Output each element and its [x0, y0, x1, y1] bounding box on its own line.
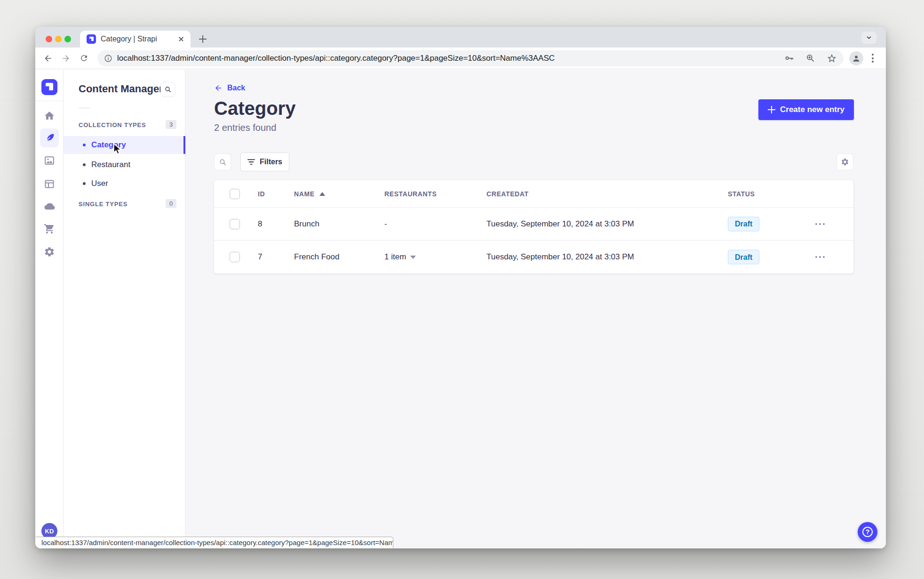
- browser-toolbar: localhost:1337/admin/content-manager/col…: [35, 48, 886, 69]
- bullet-icon: [83, 163, 86, 166]
- cell-id: 7: [258, 252, 262, 262]
- chevron-down-icon: [866, 34, 872, 41]
- home-icon: [44, 110, 55, 121]
- media-image-icon: [44, 155, 55, 166]
- sidebar-search-button[interactable]: [160, 82, 175, 97]
- bookmark-star-icon[interactable]: [827, 53, 837, 64]
- ellipsis-icon: [815, 256, 825, 258]
- back-button[interactable]: [40, 50, 56, 66]
- filter-icon: [247, 159, 255, 165]
- sort-ascending-icon: [319, 192, 325, 196]
- sidebar-item-cloud[interactable]: [40, 197, 59, 216]
- cell-id: 8: [258, 219, 262, 229]
- sidebar-item-home[interactable]: [40, 106, 59, 125]
- sidebar-item-settings[interactable]: [40, 242, 59, 261]
- table-row[interactable]: 7 French Food 1 item Tuesday, September …: [214, 241, 853, 273]
- row-actions-button[interactable]: [815, 256, 825, 258]
- column-header-name[interactable]: NAME: [294, 190, 325, 198]
- cell-name: Brunch: [294, 219, 319, 229]
- rail-divider: [35, 101, 64, 101]
- single-types-count-badge: 0: [166, 199, 176, 208]
- tab-search-button[interactable]: [861, 32, 876, 44]
- column-header-status[interactable]: STATUS: [728, 190, 755, 198]
- cloud-icon: [44, 201, 56, 212]
- back-label: Back: [227, 84, 245, 92]
- sidebar-item-label: Restaurant: [91, 160, 130, 169]
- filters-label: Filters: [260, 158, 282, 166]
- help-button[interactable]: ?: [858, 522, 877, 542]
- person-icon: [852, 54, 861, 63]
- gear-icon: [841, 158, 849, 166]
- zoom-icon[interactable]: [805, 53, 815, 63]
- entries-count: 2 entries found: [214, 122, 276, 133]
- bullet-icon: [83, 182, 86, 185]
- reload-icon: [80, 54, 88, 63]
- filters-button[interactable]: Filters: [240, 153, 289, 171]
- back-arrow-icon: [43, 54, 53, 63]
- layout-icon: [44, 178, 55, 190]
- collection-types-label: COLLECTION TYPES: [79, 121, 146, 129]
- browser-tab[interactable]: Category | Strapi: [80, 31, 191, 48]
- nav-rail: KD: [35, 70, 64, 548]
- gear-icon: [44, 246, 55, 257]
- status-badge: Draft: [728, 250, 759, 265]
- back-link[interactable]: Back: [214, 84, 245, 92]
- sidebar-item-content-manager[interactable]: [40, 129, 59, 147]
- sidebar-item-content-type-builder[interactable]: [40, 175, 59, 193]
- back-arrow-icon: [214, 84, 223, 92]
- site-info-icon[interactable]: [104, 54, 112, 63]
- sidebar-item-user[interactable]: User: [64, 175, 185, 193]
- window-close-button[interactable]: [46, 36, 52, 42]
- sidebar-title: Content Manager: [79, 83, 163, 95]
- strapi-favicon-icon: [87, 34, 96, 44]
- window-zoom-button[interactable]: [64, 36, 71, 42]
- row-checkbox[interactable]: [230, 219, 240, 229]
- new-tab-button[interactable]: [198, 34, 208, 44]
- view-settings-button[interactable]: [836, 153, 853, 170]
- question-mark-icon: ?: [862, 527, 873, 537]
- sidebar-divider: [79, 108, 90, 108]
- search-icon: [164, 86, 172, 93]
- cell-createdat: Tuesday, September 10, 2024 at 3:03 PM: [486, 219, 634, 229]
- content-manager-sidebar: Content Manager COLLECTION TYPES 3 Categ…: [64, 70, 185, 548]
- search-icon: [219, 158, 227, 166]
- browser-menu-button[interactable]: [869, 51, 876, 65]
- main-panel: Back Category 2 entries found Create new…: [185, 70, 886, 548]
- table-header-row: ID NAME RESTAURANTS CREATEDAT STATUS: [214, 180, 853, 208]
- create-button-label: Create new entry: [780, 105, 844, 114]
- forward-button[interactable]: [58, 50, 74, 66]
- sidebar-item-media-library[interactable]: [40, 151, 59, 170]
- create-new-entry-button[interactable]: Create new entry: [758, 99, 854, 120]
- url-bar[interactable]: localhost:1337/admin/content-manager/col…: [97, 50, 844, 66]
- status-bar-url: localhost:1337/admin/content-manager/col…: [36, 537, 393, 548]
- cell-restaurants: -: [384, 219, 387, 229]
- password-key-icon[interactable]: [784, 53, 794, 63]
- mouse-cursor: [112, 143, 122, 154]
- tab-close-icon[interactable]: [176, 34, 186, 44]
- row-actions-button[interactable]: [815, 223, 825, 225]
- cell-name: French Food: [294, 252, 339, 262]
- column-header-id[interactable]: ID: [258, 190, 265, 198]
- sidebar-item-restaurant[interactable]: Restaurant: [64, 156, 185, 174]
- sidebar-item-category[interactable]: Category: [64, 136, 185, 154]
- row-checkbox[interactable]: [230, 252, 240, 262]
- collection-types-count-badge: 3: [166, 120, 176, 129]
- table-row[interactable]: 8 Brunch - Tuesday, September 10, 2024 a…: [214, 208, 853, 241]
- shopping-cart-icon: [44, 223, 55, 234]
- select-all-checkbox[interactable]: [230, 189, 240, 199]
- column-header-restaurants[interactable]: RESTAURANTS: [384, 190, 437, 198]
- table-search-button[interactable]: [214, 153, 231, 170]
- chevron-down-icon: [410, 256, 416, 259]
- bullet-icon: [83, 144, 86, 146]
- reload-button[interactable]: [76, 50, 92, 66]
- url-text[interactable]: localhost:1337/admin/content-manager/col…: [117, 54, 778, 63]
- browser-tab-bar: Category | Strapi: [35, 27, 886, 48]
- window-minimize-button[interactable]: [55, 36, 62, 42]
- profile-button[interactable]: [849, 51, 863, 65]
- sidebar-item-label: User: [91, 179, 108, 188]
- single-types-label: SINGLE TYPES: [79, 201, 127, 208]
- column-header-createdat[interactable]: CREATEDAT: [486, 190, 529, 198]
- cell-restaurants-expand[interactable]: 1 item: [384, 252, 416, 262]
- strapi-logo-icon[interactable]: [41, 79, 57, 95]
- sidebar-item-marketplace[interactable]: [40, 219, 59, 238]
